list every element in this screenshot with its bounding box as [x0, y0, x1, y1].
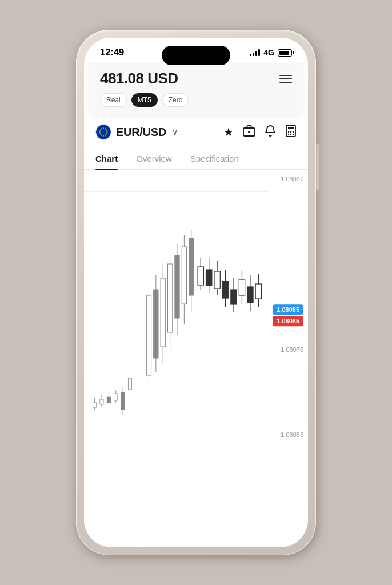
tag-zero[interactable]: Zero — [162, 93, 189, 107]
svg-rect-34 — [128, 378, 131, 390]
calculator-button[interactable] — [285, 125, 297, 140]
svg-rect-40 — [161, 278, 165, 347]
svg-rect-52 — [206, 270, 212, 286]
pair-actions: ★ — [223, 125, 297, 140]
svg-rect-24 — [93, 403, 96, 407]
price-label-3: 1.08075 — [281, 346, 303, 353]
status-time: 12:49 — [100, 47, 124, 58]
svg-point-14 — [248, 131, 250, 133]
phone-frame: 12:49 4G 481.08 USD — [76, 30, 316, 555]
svg-rect-60 — [239, 279, 245, 295]
svg-rect-16 — [288, 127, 294, 129]
svg-rect-48 — [189, 238, 194, 295]
tab-specification[interactable]: Specification — [190, 148, 239, 169]
tab-bar: Chart Overview Specification — [84, 148, 308, 170]
price-label-1: 1.08097 — [281, 175, 303, 182]
svg-rect-58 — [231, 290, 237, 304]
svg-rect-62 — [247, 287, 253, 303]
svg-rect-36 — [146, 295, 151, 375]
svg-point-18 — [290, 131, 291, 132]
price-badges: 1.08085 1.08085 — [273, 304, 303, 326]
pair-selector[interactable]: EUR/USD ∨ — [95, 124, 178, 140]
svg-rect-30 — [114, 394, 118, 400]
ask-price-badge: 1.08085 — [273, 316, 303, 326]
tab-chart[interactable]: Chart — [95, 148, 118, 169]
network-label: 4G — [263, 48, 274, 57]
svg-rect-38 — [154, 290, 158, 358]
svg-point-19 — [293, 131, 294, 132]
svg-rect-46 — [182, 247, 186, 304]
dynamic-island — [162, 46, 230, 65]
positions-button[interactable] — [243, 125, 255, 139]
pair-header: EUR/USD ∨ ★ — [84, 116, 308, 148]
current-price-line — [101, 299, 265, 299]
status-right: 4G — [250, 48, 292, 57]
tag-mt5[interactable]: MT5 — [131, 93, 158, 107]
balance-display: 481.08 USD — [100, 70, 178, 87]
svg-point-0 — [96, 125, 111, 139]
price-label-4: 1.08053 — [281, 431, 303, 438]
svg-point-22 — [293, 133, 294, 134]
svg-rect-50 — [198, 267, 203, 285]
chevron-down-icon: ∨ — [172, 127, 178, 137]
svg-rect-54 — [214, 271, 220, 289]
app-header: 481.08 USD Real MT5 Zero — [89, 63, 303, 116]
svg-rect-56 — [222, 281, 228, 298]
chart-area: 1.08097 1.08085 1.08075 1.08053 1.08085 … — [84, 170, 308, 444]
tab-overview[interactable]: Overview — [136, 148, 172, 169]
svg-rect-44 — [175, 255, 179, 318]
account-tags: Real MT5 Zero — [100, 93, 292, 107]
bid-price-badge: 1.08085 — [273, 304, 303, 315]
svg-point-21 — [290, 133, 291, 134]
favorite-button[interactable]: ★ — [223, 125, 234, 139]
tag-real[interactable]: Real — [100, 93, 127, 107]
signal-icon — [250, 49, 260, 56]
svg-point-20 — [288, 133, 289, 134]
battery-icon — [278, 49, 292, 57]
svg-rect-64 — [255, 284, 261, 299]
menu-button[interactable] — [279, 75, 292, 83]
header-top: 481.08 USD — [100, 70, 292, 87]
alerts-button[interactable] — [265, 125, 276, 140]
svg-rect-26 — [100, 399, 103, 404]
currency-flag — [95, 124, 111, 140]
svg-rect-32 — [121, 392, 125, 410]
pair-name: EUR/USD — [116, 126, 166, 139]
svg-point-17 — [288, 131, 289, 132]
phone-screen: 12:49 4G 481.08 USD — [84, 38, 308, 547]
svg-rect-28 — [107, 397, 110, 403]
